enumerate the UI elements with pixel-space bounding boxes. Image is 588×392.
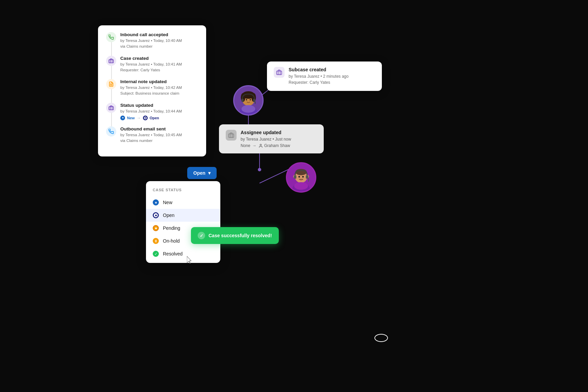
activity-item-phone: Inbound call accepted by Teresa Juarez •… bbox=[106, 32, 198, 50]
case-icon bbox=[106, 56, 116, 66]
note-icon bbox=[106, 79, 116, 89]
activity-content-case: Case created by Teresa Juarez • Today, 1… bbox=[120, 56, 198, 73]
new-status-icon bbox=[153, 199, 159, 205]
status-new-label: New bbox=[127, 116, 135, 120]
activity-item-status: Status updated by Teresa Juarez • Today,… bbox=[106, 103, 198, 120]
open-button-label: Open bbox=[193, 170, 205, 176]
status-transition: New → Open bbox=[120, 116, 198, 120]
activity-meta-1: by Teresa Juarez • Today, 10:40 AM via C… bbox=[120, 38, 198, 50]
resolved-status-icon: ✓ bbox=[153, 251, 159, 257]
pending-status-icon bbox=[153, 225, 159, 231]
svg-point-21 bbox=[246, 99, 247, 100]
assignee-transition: None → Graham Shaw bbox=[241, 143, 291, 148]
svg-point-5 bbox=[258, 168, 261, 171]
open-status-icon bbox=[153, 212, 159, 218]
subcase-content: Subcase created by Teresa Juarez • 2 min… bbox=[289, 67, 348, 85]
activity-title-1: Inbound call accepted bbox=[120, 32, 198, 37]
assignee-card: Assignee updated by Teresa Juarez • Just… bbox=[219, 124, 324, 153]
svg-point-22 bbox=[250, 99, 251, 100]
svg-rect-10 bbox=[109, 106, 113, 109]
activity-item-email: Outbound email sent by Teresa Juarez • T… bbox=[106, 126, 198, 144]
svg-rect-31 bbox=[294, 175, 296, 178]
dropdown-item-resolved[interactable]: ✓ Resolved bbox=[146, 247, 220, 260]
pending-label: Pending bbox=[163, 225, 180, 231]
open-status-button[interactable]: Open ▾ bbox=[187, 167, 217, 179]
svg-point-24 bbox=[260, 144, 261, 145]
assignee-content: Assignee updated by Teresa Juarez • Just… bbox=[241, 130, 291, 148]
svg-rect-23 bbox=[229, 134, 234, 138]
status-arrow: → bbox=[137, 116, 141, 120]
activity-content-phone: Inbound call accepted by Teresa Juarez •… bbox=[120, 32, 198, 50]
activity-content-status: Status updated by Teresa Juarez • Today,… bbox=[120, 103, 198, 120]
assignee-meta: by Teresa Juarez • Just now bbox=[241, 136, 291, 142]
activity-feed-card: Inbound call accepted by Teresa Juarez •… bbox=[98, 25, 206, 156]
case-status-dropdown: CASE STATUS New Open Pending ⏸ On-hold ✓… bbox=[146, 181, 220, 263]
activity-title-3: Internal note updated bbox=[120, 79, 198, 84]
status-open-dot bbox=[143, 116, 148, 120]
chevron-down-icon: ▾ bbox=[208, 170, 211, 176]
subcase-card: Subcase created by Teresa Juarez • 2 min… bbox=[267, 62, 382, 91]
svg-point-33 bbox=[294, 182, 308, 190]
subcase-meta: by Teresa Juarez • 2 minutes ago Request… bbox=[289, 73, 348, 85]
svg-point-20 bbox=[241, 105, 255, 113]
svg-rect-7 bbox=[109, 59, 113, 63]
check-circle-icon: ✓ bbox=[198, 232, 205, 239]
status-new-dot bbox=[120, 116, 125, 120]
activity-item-case: Case created by Teresa Juarez • Today, 1… bbox=[106, 56, 198, 73]
activity-title-2: Case created bbox=[120, 56, 198, 61]
svg-rect-11 bbox=[277, 71, 282, 75]
subcase-title: Subcase created bbox=[289, 67, 348, 72]
dropdown-header: CASE STATUS bbox=[146, 188, 220, 196]
svg-point-34 bbox=[298, 176, 300, 178]
toast-message: Case successfully resolved! bbox=[209, 233, 272, 238]
subcase-icon bbox=[274, 67, 285, 78]
phone-icon bbox=[106, 32, 116, 42]
svg-rect-18 bbox=[241, 99, 244, 102]
avatar-female bbox=[233, 85, 264, 116]
onhold-label: On-hold bbox=[163, 238, 180, 244]
avatar-male bbox=[286, 162, 316, 193]
svg-point-35 bbox=[302, 176, 304, 178]
activity-title-5: Outbound email sent bbox=[120, 126, 198, 131]
assignee-case-icon bbox=[226, 130, 237, 141]
assignee-name: Graham Shaw bbox=[259, 143, 290, 148]
activity-meta-4: by Teresa Juarez • Today, 10:44 AM bbox=[120, 108, 198, 114]
dropdown-item-open[interactable]: Open bbox=[146, 209, 220, 222]
onhold-status-icon: ⏸ bbox=[153, 238, 159, 244]
activity-title-4: Status updated bbox=[120, 103, 198, 108]
activity-meta-3: by Teresa Juarez • Today, 10:42 AM Subje… bbox=[120, 85, 198, 97]
status-icon bbox=[106, 103, 116, 113]
open-label: Open bbox=[163, 213, 174, 218]
new-label: New bbox=[163, 200, 172, 205]
status-open-label: Open bbox=[150, 116, 159, 120]
resolved-label: Resolved bbox=[163, 251, 182, 256]
email-icon bbox=[106, 126, 116, 137]
activity-content-email: Outbound email sent by Teresa Juarez • T… bbox=[120, 126, 198, 144]
dropdown-item-new[interactable]: New bbox=[146, 196, 220, 209]
activity-meta-2: by Teresa Juarez • Today, 10:41 AM Reque… bbox=[120, 62, 198, 73]
activity-content-note: Internal note updated by Teresa Juarez •… bbox=[120, 79, 198, 97]
activity-item-note: Internal note updated by Teresa Juarez •… bbox=[106, 79, 198, 97]
activity-meta-5: by Teresa Juarez • Today, 10:45 AM via C… bbox=[120, 132, 198, 144]
assignee-title: Assignee updated bbox=[241, 130, 291, 135]
success-toast: ✓ Case successfully resolved! bbox=[191, 227, 279, 244]
